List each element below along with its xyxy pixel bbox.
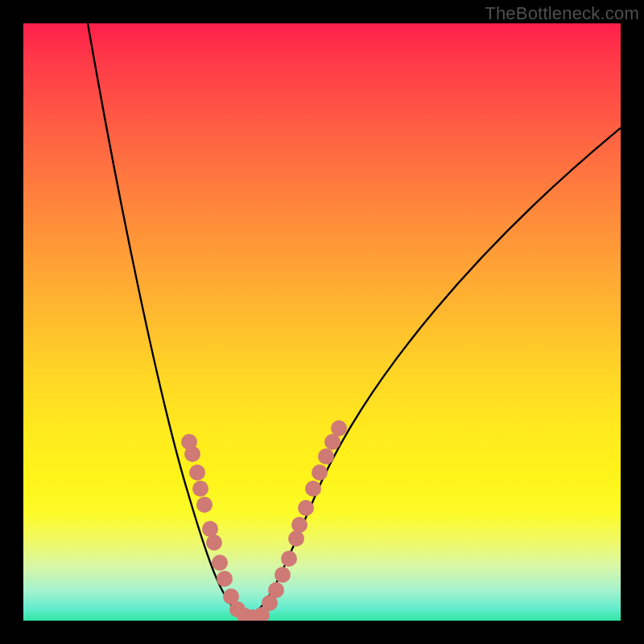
marker-dot <box>184 446 200 462</box>
plot-frame <box>23 23 621 621</box>
marker-dot <box>318 448 334 464</box>
marker-dot <box>217 571 233 587</box>
chart-svg <box>23 23 621 621</box>
marker-dot <box>202 521 218 537</box>
marker-dot <box>192 481 208 497</box>
marker-group <box>181 420 347 621</box>
marker-dot <box>331 420 347 436</box>
attribution-text: TheBottleneck.com <box>485 3 639 24</box>
marker-dot <box>305 481 321 497</box>
bottleneck-curve <box>88 23 621 617</box>
marker-dot <box>196 497 213 513</box>
marker-dot <box>275 567 291 583</box>
marker-dot <box>268 582 284 598</box>
marker-dot <box>324 434 341 450</box>
marker-dot <box>189 464 205 481</box>
marker-dot <box>206 535 222 551</box>
marker-dot <box>291 517 308 533</box>
marker-dot <box>288 530 304 547</box>
marker-dot <box>298 500 314 516</box>
marker-dot <box>312 464 328 481</box>
marker-dot <box>281 551 297 567</box>
marker-dot <box>212 555 228 571</box>
